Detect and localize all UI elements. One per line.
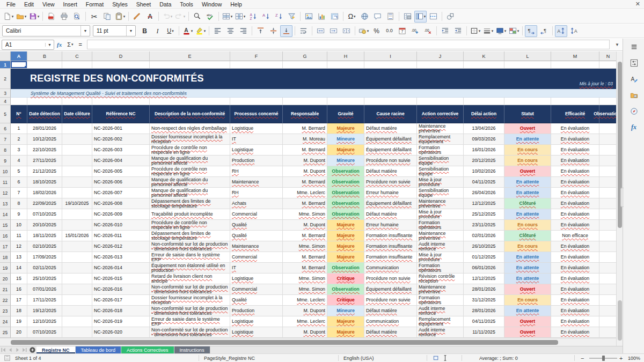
merge-center-icon[interactable]	[314, 25, 327, 37]
cell[interactable]: Achats	[230, 198, 283, 209]
cell[interactable]: Manque de qualification du personnel aff…	[150, 156, 230, 166]
cell[interactable]: NC-2026-004	[92, 156, 150, 166]
row-header-6[interactable]: 6	[0, 123, 11, 134]
cell[interactable]: 2	[11, 134, 27, 145]
increase-indent-icon[interactable]	[439, 25, 451, 37]
cell[interactable]	[62, 209, 92, 220]
horizontal-scrollbar[interactable]	[0, 338, 616, 346]
cell[interactable]: Défaut matière	[364, 123, 417, 134]
cell[interactable]: 13/04/2026	[464, 123, 504, 134]
zoom-out-button[interactable]: −	[580, 354, 585, 362]
print-preview-icon[interactable]	[71, 11, 83, 23]
cell[interactable]: Procédure non suivie	[364, 295, 417, 306]
cell[interactable]: Logistique	[230, 274, 283, 284]
cell[interactable]: En évaluation	[551, 316, 599, 327]
cell[interactable]: Non-respect des règles d'emballage	[150, 123, 230, 134]
chevron-down-icon[interactable]: ▼	[45, 43, 54, 47]
gravity-badge[interactable]: Observation	[327, 188, 364, 198]
first-sheet-icon[interactable]	[0, 346, 7, 353]
cell[interactable]	[327, 61, 364, 69]
cell[interactable]: 9	[11, 209, 27, 220]
menu-item-view[interactable]: View	[38, 1, 59, 8]
table-header-6[interactable]: Processus concerné	[230, 105, 283, 123]
gravity-badge[interactable]: Observation	[327, 198, 364, 209]
insert-comment-icon[interactable]	[371, 11, 384, 23]
cell[interactable]	[150, 61, 230, 69]
cell[interactable]	[599, 284, 616, 295]
status-badge[interactable]: En attente	[504, 188, 551, 198]
cell[interactable]: 17/09/2025	[27, 252, 62, 263]
table-header-2[interactable]: Date détection	[27, 105, 62, 123]
last-sheet-icon[interactable]	[21, 346, 28, 353]
font-size-select[interactable]: 11 pt ▼	[93, 25, 136, 36]
sort-ascending-icon[interactable]: A	[260, 11, 272, 23]
gravity-badge[interactable]: Majeure	[327, 123, 364, 134]
cell[interactable]	[599, 134, 616, 145]
cell[interactable]: 22/09/2025	[27, 198, 62, 209]
cell[interactable]	[62, 316, 92, 327]
cell[interactable]: 18/11/2025	[27, 231, 62, 241]
format-number-icon[interactable]: 0.0	[383, 25, 396, 37]
cell[interactable]: En évaluation	[551, 177, 599, 188]
gravity-badge[interactable]: Observation	[327, 263, 364, 274]
cell[interactable]	[551, 98, 599, 105]
cell[interactable]	[62, 274, 92, 284]
cell[interactable]	[599, 231, 616, 241]
column-header-A[interactable]: A	[11, 51, 27, 61]
table-header-10[interactable]: Action corrective	[417, 105, 464, 123]
gravity-badge[interactable]: Majeure	[327, 252, 364, 263]
cell[interactable]: 19	[11, 316, 27, 327]
background-color-icon[interactable]: ▾	[495, 25, 507, 37]
cell[interactable]: M. Bernard	[283, 123, 327, 134]
cell[interactable]: En évaluation	[551, 198, 599, 209]
status-badge[interactable]: Ouvert	[504, 123, 551, 134]
redo-icon[interactable]: ▾	[174, 11, 186, 23]
sheet-tab-instructions[interactable]: Instructions	[174, 346, 210, 353]
cell[interactable]	[599, 123, 616, 134]
status-badge[interactable]: Clôturé	[504, 231, 551, 241]
previous-sheet-icon[interactable]	[7, 346, 14, 353]
cell[interactable]: 1	[11, 123, 27, 134]
cell[interactable]: 16/01/2026	[464, 145, 504, 156]
cell[interactable]: Formation insuffisante	[364, 252, 417, 263]
row-height-asc-icon[interactable]: A	[555, 25, 567, 37]
cell[interactable]	[283, 98, 327, 105]
unmerge-cells-icon[interactable]	[340, 25, 353, 37]
cell[interactable]: NC-2026-001	[92, 123, 150, 134]
cell[interactable]: Retard de livraison client non anticipé	[150, 274, 230, 284]
selection-mode-icon[interactable]	[433, 354, 441, 362]
cell[interactable]: M. Moreau	[283, 134, 327, 145]
cell[interactable]: 8	[11, 198, 27, 209]
gravity-badge[interactable]: Mineure	[327, 306, 364, 316]
cell[interactable]: Logistique	[230, 327, 283, 338]
menu-item-sheet[interactable]: Sheet	[132, 1, 155, 8]
cell[interactable]: M. Bernard	[283, 231, 327, 241]
cell[interactable]: Formation opérateurs	[417, 295, 464, 306]
align-center-icon[interactable]	[224, 25, 237, 37]
cell[interactable]: 12/10/2025	[27, 316, 62, 327]
cell[interactable]: NC-2026-014	[92, 263, 150, 274]
gravity-badge[interactable]: Observation	[327, 166, 364, 177]
cell[interactable]: En évaluation	[551, 209, 599, 220]
cell[interactable]: M. Bernard	[283, 263, 327, 274]
status-badge[interactable]: En cours	[504, 241, 551, 252]
next-sheet-icon[interactable]	[14, 346, 21, 353]
cell[interactable]: 09/03/2026	[464, 134, 504, 145]
menu-item-format[interactable]: Format	[82, 1, 108, 8]
cell[interactable]: 17/11/2025	[27, 295, 62, 306]
column-header-I[interactable]: I	[364, 51, 417, 61]
align-right-icon[interactable]	[237, 25, 250, 37]
table-header-7[interactable]: Responsable	[283, 105, 327, 123]
cell[interactable]: En évaluation	[551, 252, 599, 263]
cell[interactable]: M. Dupont	[283, 327, 327, 338]
cell[interactable]: Non efficace	[551, 231, 599, 241]
cell[interactable]: Remplacement équipement	[417, 134, 464, 145]
cell[interactable]: NC-2026-005	[92, 166, 150, 177]
print-area-icon[interactable]	[401, 11, 414, 23]
cell[interactable]	[417, 61, 464, 69]
spelling-icon[interactable]: abc	[204, 11, 216, 23]
cell[interactable]	[62, 61, 92, 69]
cell[interactable]: M. Bernard	[283, 177, 327, 188]
menu-item-styles[interactable]: Styles	[108, 1, 132, 8]
gravity-badge[interactable]: Critique	[327, 274, 364, 284]
